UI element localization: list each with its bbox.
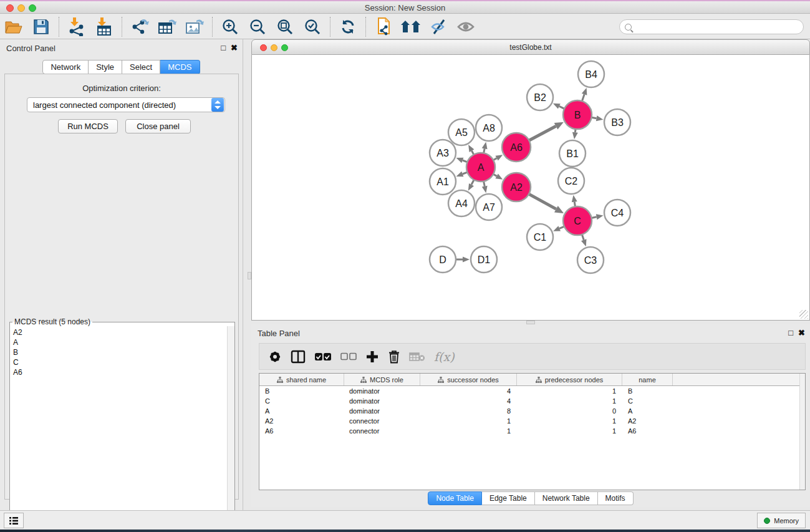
cell[interactable]: connector (344, 426, 420, 436)
cell[interactable]: 1 (517, 426, 622, 436)
cell[interactable]: 1 (517, 386, 622, 396)
result-item[interactable]: B (13, 347, 234, 357)
memory-button[interactable]: Memory (757, 513, 806, 528)
new-network-from-selection-icon[interactable] (373, 16, 394, 37)
cell[interactable]: dominator (344, 396, 420, 406)
tab-node-table[interactable]: Node Table (428, 491, 482, 505)
cell[interactable]: A2 (622, 416, 673, 426)
tab-network-table[interactable]: Network Table (535, 491, 598, 505)
network-window-titlebar[interactable]: testGlobe.txt (251, 39, 810, 55)
table-row[interactable]: Adominator80A (259, 406, 805, 416)
column-header-shared-name[interactable]: shared name (259, 374, 344, 385)
cell[interactable]: C (259, 396, 344, 406)
cell[interactable]: 1 (420, 426, 517, 436)
deselect-all-checkboxes-icon[interactable] (340, 347, 357, 366)
cell[interactable]: dominator (344, 386, 420, 396)
delete-column-trash-icon[interactable] (388, 347, 400, 366)
tab-network[interactable]: Network (42, 60, 89, 74)
cell[interactable]: 1 (517, 396, 622, 406)
result-item[interactable]: A2 (13, 327, 234, 337)
tab-edge-table[interactable]: Edge Table (482, 491, 535, 505)
import-network-icon[interactable] (66, 16, 87, 37)
cell[interactable]: dominator (344, 406, 420, 416)
run-mcds-button[interactable]: Run MCDS (58, 119, 118, 133)
column-header-successor-nodes[interactable]: successor nodes (420, 374, 517, 385)
show-columns-icon[interactable] (291, 347, 306, 366)
table-row[interactable]: A6connector11A6 (259, 426, 805, 436)
result-item[interactable]: A6 (13, 367, 234, 377)
table-options-gear-icon[interactable] (268, 347, 282, 366)
criterion-dropdown[interactable]: largest connected component (directed) (27, 97, 225, 112)
save-session-icon[interactable] (31, 16, 52, 37)
edge-C-C3[interactable] (582, 235, 584, 240)
tab-style[interactable]: Style (89, 60, 122, 74)
export-image-icon[interactable] (184, 16, 205, 37)
close-panel-icon[interactable]: ✖ (231, 43, 238, 52)
cell[interactable]: connector (344, 416, 420, 426)
result-scrollbar[interactable] (227, 326, 234, 523)
show-graphics-details-icon[interactable] (455, 16, 476, 37)
cell[interactable]: A2 (259, 416, 344, 426)
open-session-icon[interactable] (3, 16, 24, 37)
refresh-view-icon[interactable] (337, 16, 359, 37)
cell[interactable]: B (622, 386, 673, 396)
zoom-out-icon[interactable] (247, 16, 268, 37)
column-header-name[interactable]: name (622, 374, 673, 385)
zoom-selected-icon[interactable] (302, 16, 323, 37)
edge-A6-B[interactable] (529, 126, 556, 140)
float-panel-icon[interactable]: □ (788, 328, 793, 337)
table-row[interactable]: A2connector11A2 (259, 416, 805, 426)
edge-arrowhead (596, 214, 604, 220)
cell[interactable]: 4 (420, 396, 517, 406)
close-panel-icon[interactable]: ✖ (798, 328, 805, 337)
result-item[interactable]: A (13, 337, 234, 347)
table-scrollbar[interactable] (799, 374, 805, 490)
node-table[interactable]: shared nameMCDS rolesuccessor nodesprede… (259, 373, 806, 490)
network-canvas[interactable]: B4B2BB3A5A8A6A3B1AA1C2A2A4A7C4CC1C3DD1 (251, 55, 810, 321)
edge-A-A4[interactable] (471, 180, 474, 185)
cell[interactable]: 0 (517, 406, 622, 416)
cell[interactable]: 4 (420, 386, 517, 396)
cell[interactable]: A (259, 406, 344, 416)
window-resize-grip[interactable] (799, 310, 808, 319)
cell[interactable]: 8 (420, 406, 517, 416)
edge-A2-C[interactable] (529, 194, 556, 209)
cell[interactable]: A6 (622, 426, 673, 436)
cell[interactable]: B (259, 386, 344, 396)
edge-C-C1[interactable] (559, 226, 564, 228)
cell[interactable]: A (622, 406, 673, 416)
first-neighbors-icon[interactable] (400, 16, 422, 37)
create-column-icon[interactable] (365, 347, 379, 366)
tab-mcds[interactable]: MCDS (160, 60, 200, 74)
cell[interactable]: 1 (420, 416, 517, 426)
hide-graphics-details-icon[interactable] (428, 16, 449, 37)
node-label-A8: A8 (483, 123, 495, 133)
edge-B-B4[interactable] (582, 94, 584, 101)
splitpane-grip-vertical[interactable] (248, 272, 251, 279)
float-panel-icon[interactable]: □ (221, 43, 226, 52)
export-network-icon[interactable] (129, 16, 150, 37)
search-field[interactable] (619, 19, 804, 34)
table-row[interactable]: Cdominator41C (259, 396, 805, 406)
column-header-predecessor-nodes[interactable]: predecessor nodes (517, 374, 622, 385)
select-all-checkboxes-icon[interactable] (314, 347, 332, 366)
tab-motifs[interactable]: Motifs (598, 491, 634, 505)
search-input[interactable] (635, 21, 803, 33)
tab-select[interactable]: Select (122, 60, 160, 74)
import-table-icon[interactable] (94, 16, 115, 37)
node-label-C3: C3 (584, 255, 597, 266)
cell[interactable]: C (622, 396, 673, 406)
cell[interactable]: A6 (259, 426, 344, 436)
export-table-icon[interactable] (157, 16, 178, 37)
task-history-button[interactable] (4, 513, 24, 528)
node-label-A1: A1 (436, 177, 449, 187)
zoom-fit-icon[interactable] (274, 16, 296, 37)
table-row[interactable]: Bdominator41B (259, 386, 805, 396)
zoom-in-icon[interactable] (219, 16, 241, 37)
result-item[interactable]: C (13, 357, 234, 367)
cell[interactable]: 1 (517, 416, 622, 426)
network-graph[interactable]: B4B2BB3A5A8A6A3B1AA1C2A2A4A7C4CC1C3DD1 (252, 55, 809, 319)
edge-B-B2[interactable] (559, 106, 564, 109)
column-header-MCDS-role[interactable]: MCDS role (344, 374, 420, 385)
close-panel-button[interactable]: Close panel (125, 119, 191, 133)
